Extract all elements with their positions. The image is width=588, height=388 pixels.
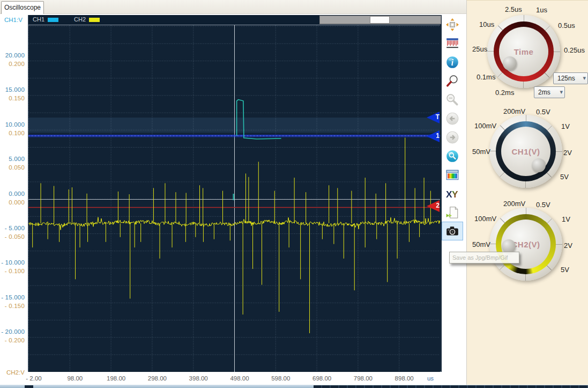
back-button[interactable] [442, 109, 463, 128]
time-tick-label: 0.25us [564, 46, 585, 54]
x-label: 98.00 [56, 375, 94, 382]
xy-mode-icon: X Y [445, 187, 459, 201]
palette-icon [445, 168, 459, 182]
zoom-in-icon [445, 74, 459, 88]
chevron-down-icon: ▾ [583, 75, 586, 82]
ch2-level-marker[interactable]: 2 [427, 200, 440, 212]
y-label-ch2: - 0.050 [0, 233, 25, 240]
y-label-ch1: 20.000 [0, 52, 25, 58]
forward-button[interactable] [442, 128, 463, 147]
x-label: 898.00 [385, 375, 423, 382]
ch1-tick-label: 100mV [474, 122, 496, 130]
y-label-ch2: - 0.150 [0, 303, 25, 309]
time-range-select[interactable]: 2ms▾ [534, 86, 565, 98]
y-label-ch2: - 0.200 [0, 337, 25, 343]
x-label: 298.00 [138, 375, 176, 382]
xy-mode-button[interactable]: X Y [442, 184, 463, 203]
toolbar: i [442, 15, 463, 240]
horizontal-scrollbar[interactable] [319, 16, 441, 24]
y-label-ch1: - 10.000 [0, 259, 25, 266]
control-panel: Time 125ns▾ 2ms▾ CH1(V) CH2(V) 2.5us1us1… [466, 0, 588, 385]
time-knob-indicator [503, 56, 517, 70]
search-icon [445, 149, 459, 163]
tooltip: Save as Jpg/Bmp/Gif [449, 252, 519, 263]
x-axis-unit: us [422, 375, 438, 382]
time-tick-label: 0.2ms [495, 89, 514, 97]
ch2-tick-label: 200mV [503, 200, 525, 208]
y-label-ch1: 0.000 [0, 191, 25, 197]
time-fine-select[interactable]: 125ns▾ [553, 72, 588, 84]
bottom-window-edge [0, 385, 588, 388]
bottom-edge-segment [314, 385, 588, 388]
ch2-tick-label: 5V [561, 266, 569, 274]
waveform-display[interactable]: CH1 CH2 [28, 15, 442, 372]
legend-ch2-label: CH2 [74, 16, 86, 23]
y-label-ch2: 0.200 [0, 61, 25, 67]
ch1-zero-marker[interactable]: 1 [427, 130, 440, 142]
zoom-out-icon [445, 93, 459, 107]
time-knob[interactable]: Time [487, 15, 560, 88]
scrollbar-thumb[interactable] [370, 16, 390, 24]
export-image-icon [445, 206, 459, 219]
y-label-ch2: 0.050 [0, 164, 25, 171]
ch2-tick-label: 0.5V [536, 201, 550, 209]
ch1-volts-knob[interactable]: CH1(V) [489, 115, 562, 188]
camera-button[interactable] [442, 222, 463, 240]
scope-canvas[interactable] [28, 25, 440, 372]
ch2-tick-label: 2V [564, 241, 572, 250]
x-label: 198.00 [98, 375, 135, 382]
ch1-tick-label: 5V [560, 173, 569, 181]
back-arrow-icon [445, 112, 459, 126]
ch2-volts-knob[interactable]: CH2(V) [489, 208, 562, 281]
y-label-ch2: 0.150 [0, 95, 25, 101]
y-label-ch1: 10.000 [0, 121, 25, 128]
ch1-tick-label: 0.5V [536, 108, 550, 116]
tab-bar: Oscilloscope [0, 0, 466, 14]
palette-button[interactable] [442, 165, 463, 184]
x-label: 498.00 [221, 375, 258, 382]
ch1-tick-label: 50mV [472, 148, 490, 156]
x-label: 798.00 [344, 375, 382, 382]
ch2-knob-label: CH2(V) [511, 240, 540, 249]
y-label-ch1: 5.000 [0, 156, 25, 162]
time-tick-label: 10us [479, 20, 494, 28]
x-label: - 2.00 [15, 375, 53, 382]
chevron-down-icon: ▾ [560, 89, 563, 96]
legend-ch1-label: CH1 [33, 16, 44, 23]
ch1-tick-label: 1V [561, 122, 570, 130]
tab-oscilloscope[interactable]: Oscilloscope [1, 1, 44, 14]
legend-ch2-swatch [89, 18, 100, 22]
ch1-knob-label: CH1(V) [511, 147, 540, 156]
bottom-edge-segment [25, 385, 33, 388]
time-tick-label: 1us [536, 6, 547, 14]
zoom-out-button[interactable] [442, 90, 463, 109]
ch1-knob-indicator [532, 158, 546, 172]
time-tick-label: 0.1ms [477, 73, 495, 81]
forward-arrow-icon [445, 130, 459, 144]
y-label-ch2: - 0.100 [0, 268, 25, 274]
legend-ch1-swatch [48, 18, 58, 22]
y-label-ch2: 0.100 [0, 130, 25, 136]
y-label-ch1: - 5.000 [0, 225, 25, 231]
info-button[interactable]: i [442, 53, 463, 71]
sampling-comb-icon [445, 36, 459, 50]
x-label: 598.00 [262, 375, 300, 382]
ch1-tick-label: 2V [563, 149, 572, 157]
export-image-button[interactable] [442, 203, 463, 222]
time-tick-label: 25us [472, 45, 487, 53]
x-label: 398.00 [180, 375, 217, 382]
y-label-ch1: 15.000 [0, 86, 25, 93]
time-knob-label: Time [514, 47, 534, 56]
oscilloscope-app: { "tab": {"title": "Oscilloscope"}, "leg… [0, 0, 588, 388]
ch2-tick-label: 50mV [472, 240, 490, 248]
sampling-button[interactable] [442, 34, 463, 53]
ch2-tick-label: 100mV [474, 215, 496, 223]
trigger-level-marker[interactable]: T [427, 112, 440, 123]
svg-text:i: i [451, 57, 454, 67]
zoom-in-button[interactable] [442, 71, 463, 90]
y-label-ch2: 0.000 [0, 199, 25, 206]
svg-text:Y: Y [452, 188, 458, 199]
search-button[interactable] [442, 147, 463, 165]
time-tick-label: 2.5us [505, 5, 522, 13]
pan-button[interactable] [442, 15, 463, 34]
